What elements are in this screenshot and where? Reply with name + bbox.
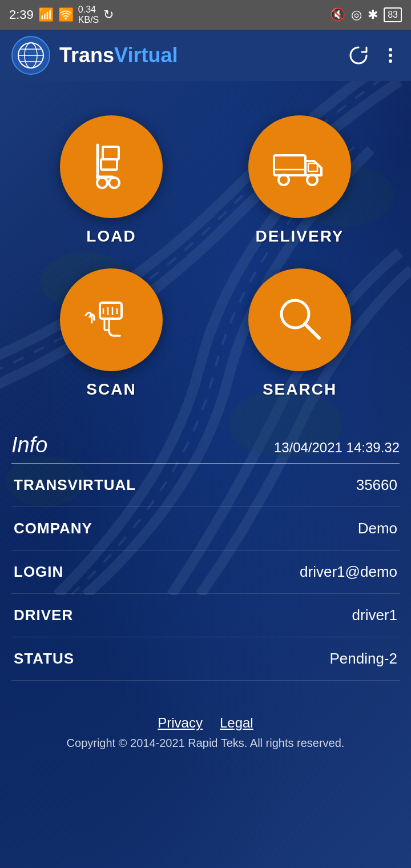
status-value: Pending-2 xyxy=(329,650,397,668)
privacy-link[interactable]: Privacy xyxy=(158,715,203,731)
data-speed: 0.34KB/S xyxy=(78,5,99,25)
load-label: LOAD xyxy=(86,227,136,246)
svg-point-7 xyxy=(389,59,392,63)
status-key: STATUS xyxy=(14,650,74,668)
refresh-button[interactable] xyxy=(347,44,370,67)
info-timestamp: 13/04/2021 14:39.32 xyxy=(274,440,400,456)
app-logo[interactable] xyxy=(11,36,50,75)
search-button[interactable] xyxy=(248,268,351,371)
svg-point-16 xyxy=(97,178,107,188)
svg-line-30 xyxy=(305,324,319,338)
svg-rect-24 xyxy=(104,319,109,330)
menu-item-delivery[interactable]: DELIVERY xyxy=(223,115,377,246)
svg-rect-13 xyxy=(101,159,117,170)
main-content: LOAD DELIVERY xyxy=(0,81,411,868)
info-title: Info xyxy=(11,433,47,457)
svg-point-6 xyxy=(389,54,392,57)
menu-item-load[interactable]: LOAD xyxy=(34,115,188,246)
scan-button[interactable] xyxy=(60,268,163,371)
cart-icon xyxy=(83,138,140,195)
info-row-company: COMPANY Demo xyxy=(11,507,400,550)
svg-rect-22 xyxy=(308,163,317,171)
refresh-icon xyxy=(347,44,370,67)
svg-rect-18 xyxy=(274,155,305,175)
load-button[interactable] xyxy=(60,115,163,218)
driver-key: DRIVER xyxy=(14,606,73,624)
sync-icon: ↻ xyxy=(103,7,114,22)
legal-link[interactable]: Legal xyxy=(220,715,253,731)
info-row-driver: DRIVER driver1 xyxy=(11,594,400,637)
truck-icon xyxy=(271,138,328,195)
info-row-status: STATUS Pending-2 xyxy=(11,637,400,681)
wifi-icon: 🛜 xyxy=(58,7,74,22)
menu-item-search[interactable]: SEARCH xyxy=(223,268,377,399)
search-icon xyxy=(271,291,328,348)
info-row-transvirtual: TRANSVIRTUAL 35660 xyxy=(11,464,400,507)
app-header: TransVirtual xyxy=(0,30,411,81)
mute-icon: 🔇 xyxy=(330,7,345,22)
company-value: Demo xyxy=(358,520,397,537)
scan-label: SCAN xyxy=(86,380,136,399)
menu-item-scan[interactable]: SCAN xyxy=(34,268,188,399)
svg-point-17 xyxy=(109,178,119,188)
search-label: SEARCH xyxy=(263,380,337,399)
three-dots-icon xyxy=(381,44,400,67)
battery-indicator: 83 xyxy=(384,7,402,22)
delivery-button[interactable] xyxy=(248,115,351,218)
menu-grid: LOAD DELIVERY xyxy=(0,81,411,421)
signal-icon: 📶 xyxy=(38,7,54,22)
status-left: 2:39 📶 🛜 0.34KB/S ↻ xyxy=(9,5,114,25)
header-actions xyxy=(347,44,400,67)
time-display: 2:39 xyxy=(9,7,34,22)
info-row-login: LOGIN driver1@demo xyxy=(11,550,400,594)
svg-point-5 xyxy=(389,48,392,51)
more-options-button[interactable] xyxy=(381,44,400,67)
location-icon: ◎ xyxy=(351,7,362,22)
status-bar: 2:39 📶 🛜 0.34KB/S ↻ 🔇 ◎ ✱ 83 xyxy=(0,0,411,30)
svg-rect-12 xyxy=(103,147,119,159)
login-key: LOGIN xyxy=(14,563,63,581)
footer-copyright: Copyright © 2014-2021 Rapid Teks. All ri… xyxy=(11,737,400,750)
title-trans: Trans xyxy=(59,43,114,67)
info-header: Info 13/04/2021 14:39.32 xyxy=(11,433,400,457)
info-section: Info 13/04/2021 14:39.32 TRANSVIRTUAL 35… xyxy=(0,421,411,681)
footer: Privacy Legal Copyright © 2014-2021 Rapi… xyxy=(0,681,411,761)
title-virtual: Virtual xyxy=(114,43,178,67)
globe-icon xyxy=(17,41,45,70)
app-title: TransVirtual xyxy=(59,43,338,67)
footer-links: Privacy Legal xyxy=(11,715,400,731)
transvirtual-value: 35660 xyxy=(356,476,397,494)
status-right: 🔇 ◎ ✱ 83 xyxy=(330,7,402,22)
login-value: driver1@demo xyxy=(300,563,397,581)
transvirtual-key: TRANSVIRTUAL xyxy=(14,476,136,494)
driver-value: driver1 xyxy=(352,606,397,624)
delivery-label: DELIVERY xyxy=(256,227,344,246)
bluetooth-icon: ✱ xyxy=(368,7,378,22)
company-key: COMPANY xyxy=(14,520,92,537)
scanner-icon xyxy=(83,291,140,348)
